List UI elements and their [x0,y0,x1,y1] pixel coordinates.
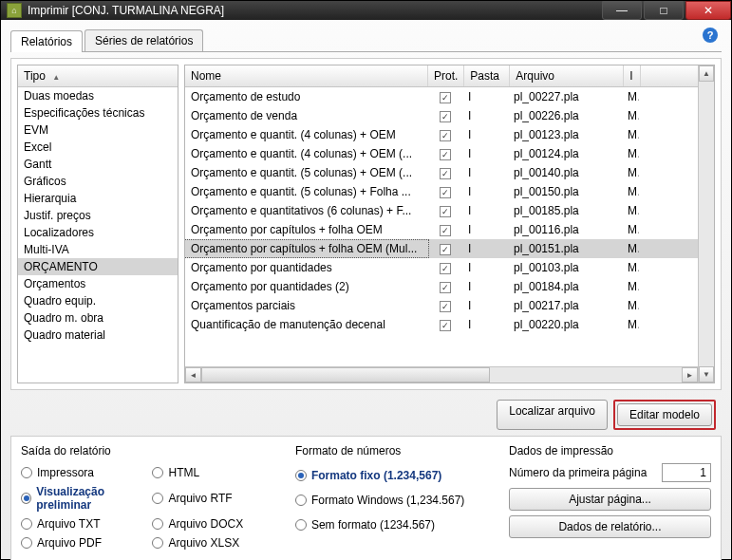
tipo-list[interactable]: Duas moedasEspecificações técnicasEVMExc… [18,87,178,383]
radio-label: Arquivo DOCX [168,517,243,531]
cell-nome: Orçamento por capítulos + folha OEM (Mul… [185,240,428,257]
cell-prot[interactable]: ✓ [428,183,462,200]
tipo-item[interactable]: Gráficos [18,173,178,190]
cell-prot[interactable]: ✓ [428,221,462,238]
cell-prot[interactable]: ✓ [428,259,462,276]
saida-pdf[interactable]: Arquivo PDF [21,533,152,552]
cell-l: M [622,297,639,314]
help-icon[interactable]: ? [703,28,718,43]
saida-impressora[interactable]: Impressora [21,463,152,482]
radio-label: Impressora [37,466,94,479]
h-scrollbar[interactable]: ◄ ► [185,366,698,383]
tipo-item[interactable]: EVM [18,121,178,139]
saida-txt[interactable]: Arquivo TXT [21,514,152,533]
cell-nome: Orçamento por capítulos + folha OEM [185,221,428,238]
cell-prot[interactable]: ✓ [428,297,462,314]
tipo-item[interactable]: Orçamentos [18,275,178,292]
cell-nome: Orçamento de estudo [185,88,428,105]
cell-nome: Orçamento e quantit. (4 colunas) + OEM [185,126,428,143]
col-nome[interactable]: Nome [185,65,428,86]
report-row[interactable]: Orçamento e quantitativos (6 colunas) + … [185,201,698,220]
minimize-button[interactable]: — [602,1,642,20]
primeira-pagina-input[interactable] [662,463,711,482]
col-prot[interactable]: Prot. [428,65,464,86]
cell-prot[interactable]: ✓ [428,278,462,295]
scroll-up-icon[interactable]: ▲ [699,65,714,82]
col-pasta[interactable]: Pasta [464,65,510,86]
cell-l: M [622,240,639,257]
cell-prot[interactable]: ✓ [428,145,462,162]
tab-series[interactable]: Séries de relatórios [84,29,203,51]
cell-prot[interactable]: ✓ [428,202,462,219]
tipo-item[interactable]: Localizadores [18,224,178,241]
col-arquivo[interactable]: Arquivo [510,65,624,86]
radio-icon [152,493,163,504]
tipo-item[interactable]: Duas moedas [18,87,178,104]
maximize-button[interactable]: □ [644,1,684,20]
editar-modelo-button[interactable]: Editar modelo [617,403,712,426]
h-thumb[interactable] [201,367,490,383]
radio-icon [21,537,32,549]
saida-xlsx[interactable]: Arquivo XLSX [152,533,283,552]
report-row[interactable]: Orçamentos parciais✓Ipl_00217.plaM [185,296,698,315]
tipo-item[interactable]: ORÇAMENTO [18,258,178,275]
cell-l: M [622,126,639,143]
scroll-down-icon[interactable]: ▼ [699,366,714,383]
close-button[interactable]: ✕ [685,1,731,20]
report-row[interactable]: Orçamento e quantit. (5 colunas) + OEM (… [185,163,698,182]
tipo-item[interactable]: Multi-IVA [18,241,178,258]
tipo-item[interactable]: Especificações técnicas [18,104,178,121]
report-row[interactable]: Orçamento e quantit. (4 colunas) + OEM (… [185,144,698,163]
col-l[interactable]: I [624,65,641,86]
tipo-item[interactable]: Quadro m. obra [18,309,178,327]
tipo-header[interactable]: Tipo ▲ [18,65,178,87]
report-row[interactable]: Orçamento por capítulos + folha OEM (Mul… [185,239,698,258]
scroll-left-icon[interactable]: ◄ [185,367,201,383]
tipo-item[interactable]: Gantt [18,156,178,173]
report-row[interactable]: Orçamento e quantit. (5 colunas) + Folha… [185,182,698,201]
formato-win[interactable]: Formato Windows (1,234.567) [295,488,497,513]
report-row[interactable]: Orçamento de venda✓Ipl_00226.plaM [185,106,698,125]
cell-arquivo: pl_00123.pla [508,126,622,143]
saida-visual[interactable]: Visualização preliminar [21,482,152,514]
cell-pasta: I [462,126,508,143]
reports-rows[interactable]: Orçamento de estudo✓Ipl_00227.plaMOrçame… [185,87,698,366]
cell-l: M [622,259,639,276]
saida-docx[interactable]: Arquivo DOCX [152,514,283,533]
report-row[interactable]: Orçamento por quantidades✓Ipl_00103.plaM [185,258,698,277]
cell-prot[interactable]: ✓ [428,316,462,333]
scroll-right-icon[interactable]: ► [682,367,698,383]
formato-sem[interactable]: Sem formato (1234.567) [295,513,497,537]
radio-icon [295,519,307,531]
report-row[interactable]: Orçamento por quantidades (2)✓Ipl_00184.… [185,277,698,296]
report-row[interactable]: Orçamento de estudo✓Ipl_00227.plaM [185,87,698,106]
radio-label: Arquivo RTF [168,492,232,505]
report-row[interactable]: Quantificação de manutenção decenal✓Ipl_… [185,315,698,334]
cell-l: M [622,183,639,200]
saida-html[interactable]: HTML [152,463,283,482]
app-icon: ⌂ [7,3,22,18]
tipo-item[interactable]: Quadro material [18,327,178,344]
tipo-item[interactable]: Justif. preços [18,207,178,224]
tipo-item[interactable]: Quadro equip. [18,292,178,309]
cell-prot[interactable]: ✓ [428,240,462,257]
tipo-item[interactable]: Hierarquia [18,190,178,207]
localizar-arquivo-button[interactable]: Localizar arquivo [497,400,608,430]
ajustar-pagina-button[interactable]: Ajustar página... [509,488,711,511]
tab-relatorios[interactable]: Relatórios [10,30,83,52]
cell-prot[interactable]: ✓ [428,107,462,124]
v-scrollbar[interactable]: ▲ ▼ [698,65,714,383]
dados-relatorio-button[interactable]: Dados de relatório... [509,515,711,538]
cell-nome: Orçamento e quantitativos (6 colunas) + … [185,202,428,219]
formato-fixo[interactable]: Formato fixo (1.234,567) [295,463,497,488]
report-row[interactable]: Orçamento e quantit. (4 colunas) + OEM✓I… [185,125,698,144]
cell-prot[interactable]: ✓ [428,164,462,181]
cell-pasta: I [462,145,508,162]
cell-prot[interactable]: ✓ [428,126,462,143]
cell-l: M [622,164,639,181]
cell-prot[interactable]: ✓ [428,88,462,105]
saida-rtf[interactable]: Arquivo RTF [152,482,283,514]
cell-l: M [622,278,639,295]
report-row[interactable]: Orçamento por capítulos + folha OEM✓Ipl_… [185,220,698,239]
tipo-item[interactable]: Excel [18,139,178,156]
